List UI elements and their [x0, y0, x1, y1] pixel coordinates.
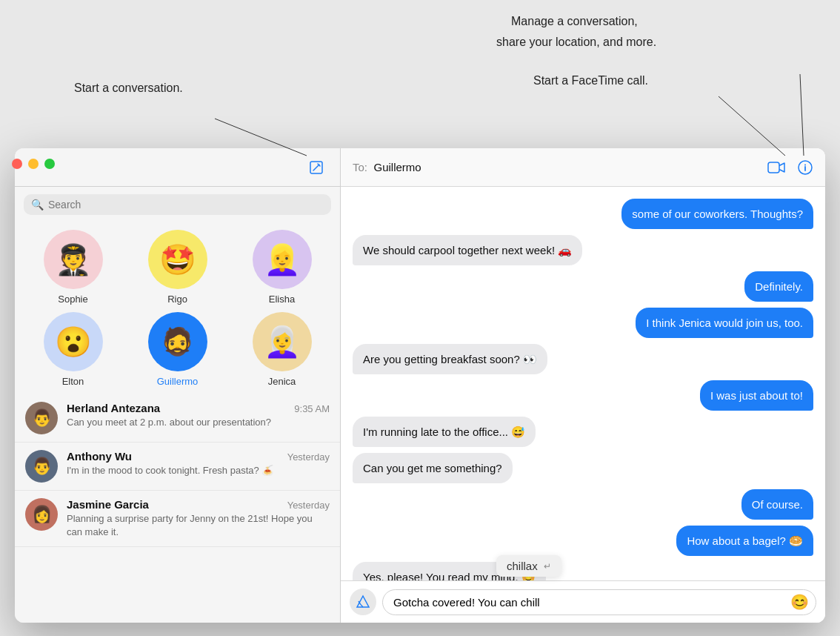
contact-sophie[interactable]: 🧑‍✈️ Sophie	[40, 230, 107, 305]
close-button[interactable]	[12, 159, 22, 169]
conversation-list: 👨 Herland Antezana 9:35 AM Can you meet …	[15, 394, 340, 623]
msg-4: Are you getting breakfast soon? 👀	[353, 344, 813, 374]
sidebar: 🔍 🧑‍✈️ Sophie 🤩 Rigo 👱‍♀️ Elisha	[15, 148, 341, 623]
conv-herland-content: Herland Antezana 9:35 AM Can you meet at…	[67, 402, 330, 429]
conv-herland-preview: Can you meet at 2 p.m. about our present…	[67, 416, 330, 429]
msg-7: Can you get me something?	[353, 453, 813, 483]
msg-10: Yes, please! You read my mind. 😊	[353, 562, 813, 580]
pinned-contacts-row1: 🧑‍✈️ Sophie 🤩 Rigo 👱‍♀️ Elisha	[15, 222, 340, 305]
messages-window: 🔍 🧑‍✈️ Sophie 🤩 Rigo 👱‍♀️ Elisha	[15, 148, 825, 623]
search-bar[interactable]: 🔍	[24, 194, 331, 215]
contact-elton[interactable]: 😮 Elton	[40, 312, 107, 387]
bubble-7: Can you get me something?	[353, 453, 513, 483]
contact-sophie-name: Sophie	[58, 294, 87, 305]
msg-3: I think Jenica would join us, too.	[353, 308, 813, 338]
conv-herland-time: 9:35 AM	[294, 403, 330, 414]
bubble-5: I was just about to!	[700, 380, 813, 411]
msg-1: We should carpool together next week! 🚗	[353, 235, 813, 265]
bubble-4: Are you getting breakfast soon? 👀	[353, 344, 547, 374]
msg-0: some of our coworkers. Thoughts?	[353, 199, 813, 229]
contact-rigo-name: Rigo	[167, 294, 187, 305]
contact-jenica-name: Jenica	[268, 376, 296, 387]
avatar-elisha: 👱‍♀️	[253, 230, 312, 289]
autocomplete-popup[interactable]: chillax ↵	[496, 555, 561, 577]
avatar-elton: 😮	[44, 312, 103, 371]
conv-herland-name: Herland Antezana	[67, 402, 160, 414]
conv-anthony[interactable]: 👨 Anthony Wu Yesterday I'm in the mood t…	[15, 443, 340, 491]
conv-jasmine-content: Jasmine Garcia Yesterday Planning a surp…	[67, 498, 330, 539]
annotation-arrows	[0, 0, 840, 163]
conv-herland[interactable]: 👨 Herland Antezana 9:35 AM Can you meet …	[15, 394, 340, 443]
chat-contact-name: Guillermo	[373, 161, 421, 173]
conv-anthony-content: Anthony Wu Yesterday I'm in the mood to …	[67, 450, 330, 477]
compose-button[interactable]	[304, 156, 328, 179]
avatar-anthony: 👨	[25, 450, 58, 483]
annotation-facetime: Start a FaceTime call.	[533, 74, 648, 87]
compose-icon	[308, 159, 324, 176]
sidebar-header	[15, 148, 340, 187]
conv-anthony-name: Anthony Wu	[67, 450, 132, 463]
annotation-start-conversation: Start a conversation.	[74, 82, 183, 95]
svg-point-6	[804, 164, 806, 165]
window-body: 🔍 🧑‍✈️ Sophie 🤩 Rigo 👱‍♀️ Elisha	[15, 148, 825, 623]
window-controls	[12, 159, 55, 169]
conv-jasmine-preview: Planning a surprise party for Jenny on t…	[67, 512, 330, 539]
bubble-8: Of course.	[741, 489, 813, 520]
annotation-manage-line1: Manage a conversation,	[511, 15, 638, 28]
search-icon: 🔍	[31, 199, 44, 211]
minimize-button[interactable]	[28, 159, 39, 169]
conv-jasmine-name: Jasmine Garcia	[67, 498, 149, 511]
avatar-jasmine: 👩	[25, 498, 58, 531]
appstore-icon	[356, 594, 370, 609]
contact-guillermo[interactable]: 🧔 Guillermo	[144, 312, 211, 387]
contact-elisha[interactable]: 👱‍♀️ Elisha	[249, 230, 316, 305]
pinned-contacts-row2: 😮 Elton 🧔 Guillermo 👩‍🦳 Jenica	[15, 305, 340, 394]
autocomplete-arrow: ↵	[544, 561, 551, 572]
maximize-button[interactable]	[44, 159, 55, 169]
messages-area: some of our coworkers. Thoughts? We shou…	[341, 187, 825, 580]
bubble-1: We should carpool together next week! 🚗	[353, 235, 582, 265]
input-area: 😊 chillax ↵	[341, 580, 825, 623]
svg-line-1	[800, 74, 804, 156]
avatar-sophie: 🧑‍✈️	[44, 230, 103, 289]
avatar-jenica: 👩‍🦳	[253, 312, 312, 371]
avatar-rigo: 🤩	[148, 230, 207, 289]
conv-jasmine[interactable]: 👩 Jasmine Garcia Yesterday Planning a su…	[15, 491, 340, 547]
contact-jenica[interactable]: 👩‍🦳 Jenica	[249, 312, 316, 387]
contact-rigo[interactable]: 🤩 Rigo	[144, 230, 211, 305]
msg-5: I was just about to!	[353, 380, 813, 411]
to-label: To:	[353, 161, 367, 173]
bubble-6: I'm running late to the office... 😅	[353, 417, 536, 447]
chat-header-actions	[767, 159, 813, 176]
emoji-button[interactable]: 😊	[790, 593, 809, 611]
search-input[interactable]	[48, 199, 324, 211]
contact-elisha-name: Elisha	[269, 294, 295, 305]
svg-rect-4	[768, 162, 779, 173]
autocomplete-suggestion: chillax	[507, 560, 538, 572]
facetime-button[interactable]	[767, 161, 785, 174]
annotation-manage-line2: share your location, and more.	[496, 36, 656, 49]
svg-line-2	[719, 96, 785, 156]
chat-header-to: To: Guillermo	[353, 161, 421, 174]
chat-area: To: Guillermo	[341, 148, 825, 623]
avatar-guillermo: 🧔	[148, 312, 207, 371]
contact-guillermo-name: Guillermo	[157, 376, 199, 387]
conv-anthony-time: Yesterday	[287, 451, 330, 463]
avatar-herland: 👨	[25, 402, 58, 434]
video-icon	[767, 161, 785, 174]
input-field-wrap: 😊	[382, 589, 816, 615]
conv-herland-top: Herland Antezana 9:35 AM	[67, 402, 330, 414]
msg-8: Of course.	[353, 489, 813, 520]
message-input[interactable]	[382, 589, 816, 615]
info-button[interactable]	[797, 159, 813, 176]
msg-6: I'm running late to the office... 😅	[353, 417, 813, 447]
conv-anthony-top: Anthony Wu Yesterday	[67, 450, 330, 463]
chat-header: To: Guillermo	[341, 148, 825, 187]
bubble-2: Definitely.	[744, 271, 813, 302]
bubble-0: some of our coworkers. Thoughts?	[621, 199, 813, 229]
bubble-9: How about a bagel? 🥯	[676, 526, 813, 556]
conv-jasmine-top: Jasmine Garcia Yesterday	[67, 498, 330, 511]
app-store-button[interactable]	[350, 589, 376, 615]
contact-elton-name: Elton	[62, 376, 84, 387]
conv-anthony-preview: I'm in the mood to cook tonight. Fresh p…	[67, 464, 330, 477]
